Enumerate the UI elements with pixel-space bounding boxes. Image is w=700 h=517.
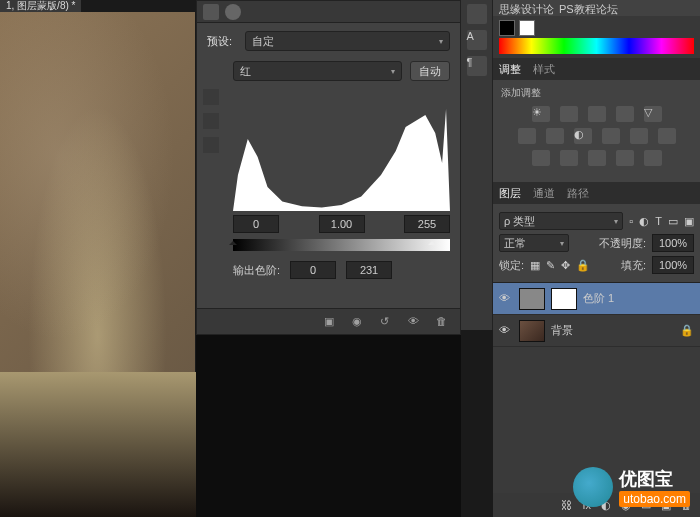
canvas-floor [0, 372, 196, 517]
gradientmap-icon[interactable] [616, 150, 634, 166]
layer-name[interactable]: 背景 [551, 323, 573, 338]
visibility-icon[interactable]: 👁 [408, 315, 422, 329]
layer-name[interactable]: 色阶 1 [583, 291, 614, 306]
brightness-icon[interactable]: ☀ [532, 106, 550, 122]
eyedropper-black-icon[interactable] [203, 89, 219, 105]
watermark-bar: 思缘设计论坛 PS教程论坛 BBS.16XX8.COM [493, 0, 700, 16]
input-black-field[interactable]: 0 [233, 215, 279, 233]
rail-history-icon[interactable] [467, 4, 487, 24]
mask-icon[interactable] [225, 4, 241, 20]
channel-select[interactable]: 红 [233, 61, 402, 81]
lock-pos-icon[interactable]: ✥ [561, 259, 570, 272]
histogram[interactable] [233, 91, 450, 211]
reset-icon[interactable]: ↺ [380, 315, 394, 329]
output-gradient[interactable] [233, 239, 450, 251]
output-black-field[interactable]: 0 [290, 261, 336, 279]
levels-panel: 预设: 自定 红 自动 0 1.00 255 输出色阶: 0 [196, 0, 461, 335]
layer-row[interactable]: 👁 色阶 1 [493, 283, 700, 315]
fill-label: 填充: [596, 258, 646, 273]
trash-icon[interactable]: 🗑 [436, 315, 450, 329]
bw-icon[interactable]: ◐ [574, 128, 592, 144]
opacity-field[interactable]: 100% [652, 234, 694, 252]
photofilter-icon[interactable] [602, 128, 620, 144]
view-prev-icon[interactable]: ◉ [352, 315, 366, 329]
lock-pixel-icon[interactable]: ✎ [546, 259, 555, 272]
blend-mode-select[interactable]: 正常 [499, 234, 569, 252]
document-tab[interactable]: 1, 图层蒙版/8) * [0, 0, 81, 12]
filter-pixel-icon[interactable]: ▫ [629, 215, 633, 227]
eyedropper-white-icon[interactable] [203, 137, 219, 153]
add-adjustment-label: 添加调整 [501, 86, 692, 100]
rail-paragraph-icon[interactable]: ¶ [467, 56, 487, 76]
tab-layers[interactable]: 图层 [499, 186, 521, 201]
preset-select[interactable]: 自定 [245, 31, 450, 51]
canvas-dark-area [196, 335, 461, 517]
filter-type-icon[interactable]: T [655, 215, 662, 227]
selectivecolor-icon[interactable] [644, 150, 662, 166]
utobao-watermark: 优图宝 utobao.com [573, 467, 690, 507]
filter-shape-icon[interactable]: ▭ [668, 215, 678, 228]
threshold-icon[interactable] [588, 150, 606, 166]
lock-icon: 🔒 [680, 324, 694, 337]
auto-button[interactable]: 自动 [410, 61, 450, 81]
curves-icon[interactable] [588, 106, 606, 122]
filter-adjust-icon[interactable]: ◐ [639, 215, 649, 228]
adjustments-body: 添加调整 ☀ ▽ ◐ [493, 80, 700, 182]
collapsed-panel-rail: A ¶ [461, 0, 493, 330]
levels-icon[interactable] [560, 106, 578, 122]
layer-filter-select[interactable]: ρ 类型 [499, 212, 623, 230]
canvas-image[interactable] [0, 12, 195, 372]
tab-paths[interactable]: 路径 [567, 186, 589, 201]
foreground-color[interactable] [499, 20, 515, 36]
tab-channels[interactable]: 通道 [533, 186, 555, 201]
vibrance-icon[interactable]: ▽ [644, 106, 662, 122]
utobao-logo-icon [573, 467, 613, 507]
output-white-field[interactable]: 231 [346, 261, 392, 279]
exposure-icon[interactable] [616, 106, 634, 122]
tab-adjustments[interactable]: 调整 [499, 62, 521, 77]
lock-all-icon[interactable]: 🔒 [576, 259, 590, 272]
channelmixer-icon[interactable] [630, 128, 648, 144]
posterize-icon[interactable] [560, 150, 578, 166]
right-panels: 思缘设计论坛 PS教程论坛 BBS.16XX8.COM 调整 样式 添加调整 ☀… [493, 0, 700, 517]
output-label: 输出色阶: [233, 263, 280, 278]
visibility-icon[interactable]: 👁 [499, 324, 513, 338]
hue-icon[interactable] [518, 128, 536, 144]
preset-label: 预设: [207, 34, 237, 49]
rail-char-icon[interactable]: A [467, 30, 487, 50]
input-white-field[interactable]: 255 [404, 215, 450, 233]
layer-thumb-mask[interactable] [551, 288, 577, 310]
tab-styles[interactable]: 样式 [533, 62, 555, 77]
lock-label: 锁定: [499, 258, 524, 273]
fill-field[interactable]: 100% [652, 256, 694, 274]
histogram-icon[interactable] [203, 4, 219, 20]
visibility-icon[interactable]: 👁 [499, 292, 513, 306]
levels-header [197, 1, 460, 23]
lock-trans-icon[interactable]: ▦ [530, 259, 540, 272]
input-gamma-field[interactable]: 1.00 [319, 215, 365, 233]
color-spectrum[interactable] [499, 38, 694, 54]
opacity-label: 不透明度: [575, 236, 646, 251]
invert-icon[interactable] [532, 150, 550, 166]
adjustments-tabs: 调整 样式 [493, 58, 700, 80]
levels-footer: ▣ ◉ ↺ 👁 🗑 [197, 308, 460, 334]
link-icon[interactable]: ⛓ [561, 499, 572, 511]
background-color[interactable] [519, 20, 535, 36]
color-panel [493, 16, 700, 58]
eyedropper-gray-icon[interactable] [203, 113, 219, 129]
colorlookup-icon[interactable] [658, 128, 676, 144]
layer-thumb-adjust[interactable] [519, 288, 545, 310]
clip-icon[interactable]: ▣ [324, 315, 338, 329]
layer-row[interactable]: 👁 背景 🔒 [493, 315, 700, 347]
layer-thumb-bg[interactable] [519, 320, 545, 342]
filter-smart-icon[interactable]: ▣ [684, 215, 694, 228]
colorbalance-icon[interactable] [546, 128, 564, 144]
layer-list: 👁 色阶 1 👁 背景 🔒 [493, 282, 700, 493]
